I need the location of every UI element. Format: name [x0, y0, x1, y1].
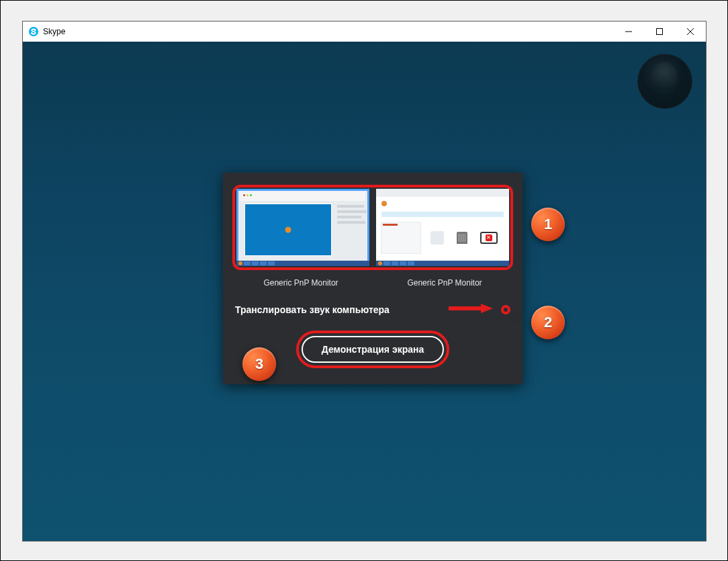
callout-badge-2: 2	[531, 306, 565, 339]
arrow-right-icon	[447, 302, 494, 317]
titlebar: Skype	[23, 21, 706, 42]
window-title: Skype	[43, 27, 65, 36]
close-button[interactable]	[675, 21, 706, 42]
start-sharing-button[interactable]: Демонстрация экрана	[302, 336, 445, 363]
monitor-label-1: Generic PnP Monitor	[232, 278, 369, 288]
callout-badge-3: 3	[242, 347, 276, 381]
app-window: Skype	[22, 21, 707, 542]
minimize-button[interactable]	[613, 21, 644, 42]
avatar[interactable]	[637, 54, 692, 109]
window-controls	[613, 21, 706, 42]
monitor-thumbnail	[236, 189, 369, 266]
monitor-label-2: Generic PnP Monitor	[376, 278, 513, 288]
monitor-option-2[interactable]: ✕	[376, 189, 509, 266]
callout-frame-2	[501, 305, 510, 314]
monitor-thumbnail: ✕	[376, 189, 509, 266]
maximize-button[interactable]	[644, 21, 675, 42]
callout-badge-1: 1	[531, 208, 565, 241]
svg-rect-1	[657, 29, 663, 35]
share-audio-label: Транслировать звук компьютера	[235, 304, 390, 315]
callout-frame-3: Демонстрация экрана	[296, 331, 450, 368]
call-view: ✕ Generic PnP Monitor Generic PnP Monito…	[23, 42, 706, 541]
monitor-option-1[interactable]	[236, 189, 369, 266]
skype-icon	[28, 26, 39, 37]
monitors-list: ✕	[232, 185, 513, 270]
